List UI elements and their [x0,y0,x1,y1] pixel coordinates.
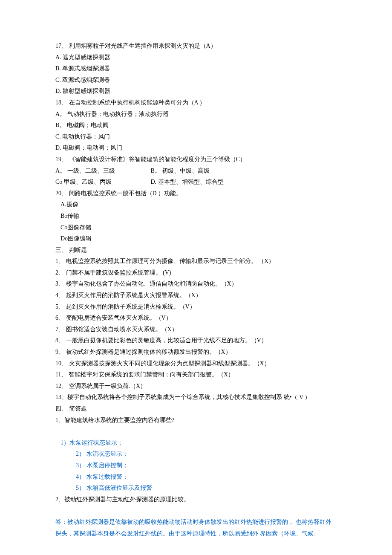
tf-item-8: 8、 一般黑白摄像机要比彩色的灵敏度高，比较适合用于光线不足的地方。（V） [55,335,337,347]
q17-option-c: C. 双源式感烟探测器 [55,75,337,86]
q20-option-b: Bo传输 [55,211,337,222]
sa1-question: 1、智能建筑给水系统的主要监控内容有哪些? [55,415,337,426]
q19-options-line2: Co 甲级、乙级、丙级 D. 基本型、增强型、综合型 [55,176,337,188]
sa2-answer: 答：被动红外探测器是依靠被动的吸收热能动物活动时身体散发出的红外热能进行报警的，… [55,517,337,539]
q18-option-d: D. 电磁阀；电动阀；风门 [55,142,337,154]
q18-option-b: B。 电磁阀；电动阀 [55,120,337,131]
q20-option-d: Do图像编辑 [55,233,337,245]
q20-stem: 20、 闭路电视监控系统一般不包括（D ）功能。 [55,188,337,199]
tf-item-6: 6、 变配电房适合安装气体灭火系统。（V） [55,312,337,324]
tf-item-11: 11、 智能楼宇对安保系统的要求门禁管制；向有关部门报警。（X） [55,369,337,381]
sa1-answer-4: 4） 水泵过载报警； [55,471,337,483]
q18-option-c: C. 电动执行器；风门 [55,131,337,143]
section-3-heading: 三、 判断题 [55,245,337,256]
tf-item-9: 9、 被动式红外探测器是通过探测物体的移动额发出报警的。（X） [55,347,337,358]
q17-option-a: A. 遮光型感烟探测器 [55,52,337,64]
tf-item-12: 12、 空调系统属于一级负荷.（X） [55,381,337,392]
q19-options-line1: A。 一级、二级、三级 B。 初级、中级、高级 [55,165,337,177]
q19-option-d: D. 基本型、增强型、综合型 [151,179,224,185]
sa1-answer-3: 3） 水泵启停控制； [55,460,337,471]
q19-option-b: B。 初级、中级、高级 [151,168,210,174]
section-4-heading: 四、 简答题 [55,403,337,415]
tf-item-3: 3、 楼宇自动化包含了办公自动化、通信自动化和消防自动化。（X） [55,278,337,290]
q19-option-c: Co 甲级、乙级、丙级 [55,176,149,188]
sa1-answer-1: 1）水泵运行状态显示； [55,437,337,449]
q18-option-a: A。 气动执行器；电动执行器；液动执行器 [55,109,337,120]
tf-item-7: 7、 图书馆适合安装自动喷水灭火系统。（X） [55,324,337,335]
tf-item-5: 5、 起到灭火作用的消防子系统是消火栓系统。（V） [55,301,337,313]
q17-stem: 17、 利用烟雾粒子对光线产生遮挡作用来探测火灾的是（A） [55,40,337,52]
sa1-answer-2: 2） 水流状态显示； [55,448,337,460]
q17-option-d: D. 散射型感烟探测器 [55,86,337,97]
q18-stem: 18、 在自动控制系统中执行机构按能源种类可分为（A ） [55,97,337,109]
sa1-answer-5: 5） 水箱高低液位显示及报警 [55,483,337,494]
q20-option-a: A.摄像 [55,199,337,211]
sa2-question: 2、被动红外探测器与主动红外探测器的原理比较。 [55,494,337,506]
tf-item-2: 2、 门禁不属于建筑设备监控系统管理。 (V) [55,267,337,279]
q19-stem: 19、 《智能建筑设计标准》将智能建筑的智能化程度分为三个等级（C） [55,154,337,165]
tf-item-4: 4、 起到灭火作用的消防子系统是火灾报警系统。（X） [55,290,337,301]
tf-item-1: 1、 电视监控系统按照其工作原理可分为摄像、传输和显示与记录三个部分。 （X） [55,256,337,267]
q17-option-b: B. 单源式感烟探测器 [55,63,337,75]
q19-option-a: A。 一级、二级、三级 [55,165,149,177]
q20-option-c: Co图像存储 [55,222,337,234]
tf-item-13: 13、楼宇自动化系统将各个控制子系统集成为一个综合系统，其核心技术是集散控制系 … [55,392,337,403]
tf-item-10: 10、 火灾探测器按探测火灾不同的理化现象分为点型探测器和线型探测器。（X） [55,358,337,370]
